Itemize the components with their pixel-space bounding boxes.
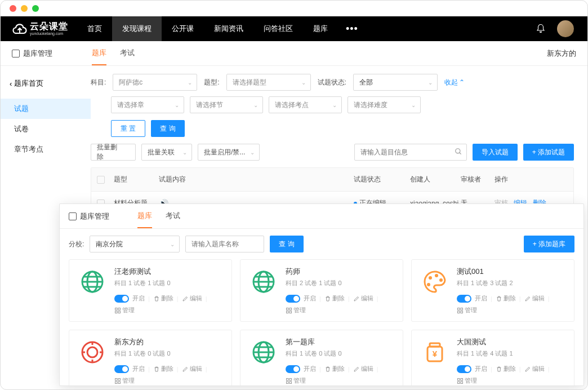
- collapse-link[interactable]: 收起 ⌃: [444, 78, 465, 87]
- import-button[interactable]: 导入试题: [473, 144, 518, 161]
- app-window: 云朵课堂 yunduoketang.com 首页发现课程公开课新闻资讯问答社区题…: [0, 0, 588, 390]
- logo: 云朵课堂 yunduoketang.com: [12, 22, 68, 36]
- subheader-tab-0[interactable]: 题库: [92, 41, 106, 65]
- batch-toggle-select[interactable]: 批量启用/禁...⌄: [198, 144, 260, 161]
- section-select[interactable]: 请选择节⌄: [190, 96, 263, 113]
- query-button[interactable]: 查 询: [151, 120, 184, 137]
- svg-point-0: [455, 149, 460, 153]
- type-select[interactable]: 请选择题型⌄: [226, 74, 311, 91]
- nav-item-4[interactable]: 问答社区: [253, 16, 303, 41]
- subject-select[interactable]: 阿萨德c⌄: [113, 74, 197, 91]
- sidebar-item-1[interactable]: 试卷: [1, 119, 91, 139]
- chevron-left-icon: ‹: [10, 79, 12, 88]
- manage-button[interactable]: 管理: [114, 376, 135, 385]
- panel2-tabs: 题库考试: [137, 204, 180, 228]
- chevron-down-icon: ⌄: [188, 79, 192, 86]
- nav-item-3[interactable]: 新闻资讯: [204, 16, 253, 41]
- edit-button[interactable]: 编辑: [524, 365, 545, 373]
- sidebar-back[interactable]: ‹ 题库首页: [1, 75, 91, 92]
- edit-button[interactable]: 编辑: [353, 365, 373, 373]
- library-search-input[interactable]: [185, 236, 264, 252]
- edit-button[interactable]: 编辑: [182, 365, 202, 373]
- batch-relate-select[interactable]: 批量关联⌄: [141, 144, 192, 161]
- status-select[interactable]: 全部⌄: [353, 74, 438, 91]
- subheader-tab-1[interactable]: 考试: [120, 41, 135, 65]
- edit-button[interactable]: 编辑: [524, 294, 545, 303]
- subheader-right: 新东方的: [547, 48, 576, 59]
- open-toggle[interactable]: [286, 295, 300, 303]
- svg-point-14: [435, 274, 438, 277]
- svg-rect-24: [118, 378, 121, 380]
- panel2-tab-0[interactable]: 题库: [137, 204, 152, 228]
- library-card: 新东方的 科目 1 试卷 0 试题 0 开启 | 删除 | 编辑 | 管理: [69, 330, 232, 386]
- panel2-tab-1[interactable]: 考试: [166, 204, 180, 228]
- delete-button[interactable]: 删除: [153, 294, 173, 303]
- chapter-select[interactable]: 请选择章⌄: [111, 96, 184, 113]
- search-box: [354, 144, 467, 161]
- open-toggle[interactable]: [457, 365, 471, 373]
- library-card: 第一题库 科目 1 试卷 0 试题 0 开启 | 删除 | 编辑 | 管理: [240, 330, 403, 386]
- maximize-icon[interactable]: [32, 5, 39, 12]
- manage-button[interactable]: 管理: [286, 306, 306, 314]
- open-toggle[interactable]: [114, 295, 129, 303]
- svg-rect-3: [115, 308, 118, 310]
- card-title: 汪老师测试: [114, 267, 224, 277]
- sidebar-item-2[interactable]: 章节考点: [1, 139, 91, 159]
- trash-icon: [324, 295, 331, 302]
- open-toggle[interactable]: [457, 295, 471, 303]
- point-select[interactable]: 请选择考点⌄: [269, 96, 342, 113]
- delete-button[interactable]: 删除: [496, 294, 516, 303]
- nav-item-1[interactable]: 发现课程: [112, 16, 162, 41]
- reset-button[interactable]: 重 置: [111, 120, 145, 137]
- manage-button[interactable]: 管理: [114, 306, 135, 314]
- bell-icon[interactable]: [536, 24, 546, 34]
- edit-icon: [524, 366, 531, 373]
- delete-button[interactable]: 删除: [324, 365, 345, 373]
- nav-item-5[interactable]: 题库: [303, 16, 338, 41]
- card-meta: 科目 1 试卷 3 试题 2: [457, 279, 566, 287]
- open-toggle[interactable]: [114, 365, 129, 373]
- delete-button[interactable]: 删除: [324, 294, 345, 303]
- delete-button[interactable]: 删除: [153, 365, 173, 373]
- delete-button[interactable]: 删除: [496, 365, 516, 373]
- avatar[interactable]: [557, 20, 574, 37]
- minimize-icon[interactable]: [21, 5, 28, 12]
- sidebar-item-0[interactable]: 试题: [1, 99, 91, 119]
- card-icon: [420, 267, 450, 297]
- batch-delete-select[interactable]: 批量删除: [91, 144, 136, 161]
- subject-label: 科目:: [91, 78, 106, 87]
- manage-button[interactable]: 管理: [457, 376, 477, 385]
- card-icon: [248, 267, 279, 297]
- library-query-button[interactable]: 查 询: [270, 236, 303, 252]
- edit-icon: [524, 295, 531, 302]
- svg-rect-23: [115, 378, 118, 380]
- nav-item-2[interactable]: 公开课: [162, 16, 204, 41]
- grid-icon: [457, 378, 464, 384]
- edit-button[interactable]: 编辑: [353, 294, 373, 303]
- add-question-button[interactable]: + 添加试题: [523, 144, 574, 161]
- trash-icon: [153, 366, 160, 373]
- edit-button[interactable]: 编辑: [182, 294, 202, 303]
- nav-more-icon[interactable]: •••: [338, 23, 366, 35]
- branch-select[interactable]: 南京分院⌄: [90, 236, 180, 252]
- card-meta: 科目 1 试卷 1 试题 0: [114, 279, 224, 287]
- open-toggle[interactable]: [286, 365, 300, 373]
- search-input[interactable]: [354, 144, 467, 161]
- edit-icon: [182, 295, 189, 302]
- difficulty-select[interactable]: 请选择难度⌄: [348, 96, 421, 113]
- svg-rect-25: [115, 382, 118, 384]
- svg-rect-5: [115, 311, 118, 313]
- card-title: 测试001: [457, 267, 566, 277]
- card-meta: 科目 1 试卷 0 试题 0: [286, 349, 395, 358]
- search-icon[interactable]: [455, 148, 462, 156]
- manage-button[interactable]: 管理: [286, 376, 306, 385]
- card-title: 新东方的: [114, 337, 224, 347]
- add-library-button[interactable]: + 添加题库: [524, 236, 574, 252]
- close-icon[interactable]: [10, 5, 16, 12]
- manage-button[interactable]: 管理: [457, 306, 477, 314]
- status-label: 试题状态:: [318, 78, 346, 87]
- grid-icon: [114, 307, 121, 314]
- select-all-checkbox[interactable]: [97, 176, 105, 184]
- chevron-up-icon: ⌃: [459, 78, 465, 86]
- nav-item-0[interactable]: 首页: [77, 16, 112, 41]
